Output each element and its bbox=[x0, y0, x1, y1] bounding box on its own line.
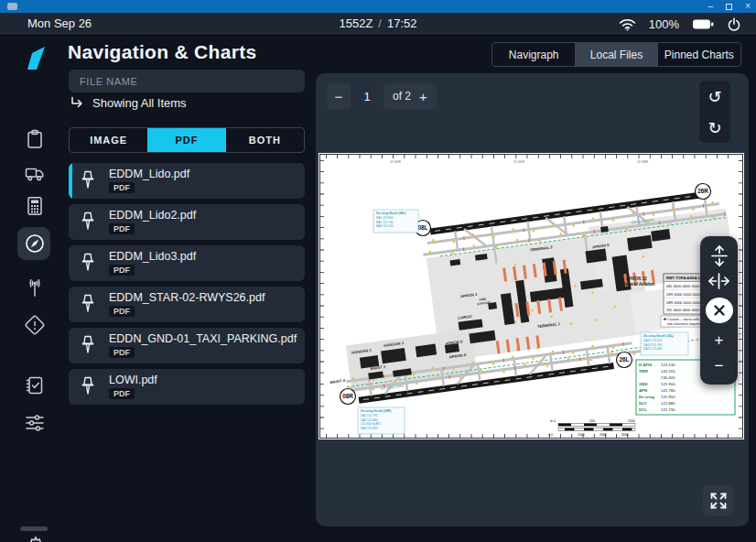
svg-text:DA15 121.660: DA15 121.660 bbox=[643, 347, 663, 351]
pin-icon[interactable] bbox=[81, 211, 95, 232]
sidebar-item-checklist[interactable] bbox=[24, 374, 46, 396]
file-item-eddm-lido2[interactable]: EDDM_Lido2.pdf PDF bbox=[69, 204, 305, 240]
pin-icon[interactable] bbox=[81, 294, 95, 314]
chart-image[interactable]: 11°44'E 11°46'E 11°48'E bbox=[319, 153, 744, 439]
chart-viewer-panel: − 1 of 2 + ↺ ↻ 11°44'E 11°46'E 11°48'E bbox=[316, 73, 749, 526]
file-name: EDDM_Lido.pdf bbox=[109, 168, 189, 180]
tab-image[interactable]: IMAGE bbox=[70, 128, 147, 152]
svg-text:❶ Caution – stacks with: ❶ Caution – stacks with bbox=[664, 318, 699, 321]
window-close-button[interactable]: × bbox=[745, 0, 751, 13]
file-type-badge: PDF bbox=[109, 347, 135, 358]
page-prev-button[interactable]: − bbox=[327, 83, 351, 109]
window-maximize-button[interactable] bbox=[726, 4, 732, 10]
svg-text:ft 0: ft 0 bbox=[548, 433, 553, 437]
svg-text:08R 4000 4000 4000: 08R 4000 4000 4000 bbox=[666, 300, 701, 305]
sidebar-item-settings[interactable] bbox=[24, 535, 48, 542]
calculator-icon bbox=[24, 195, 46, 217]
window-app-icon bbox=[7, 3, 17, 10]
window-titlebar: – × bbox=[0, 0, 756, 13]
svg-text:1000: 1000 bbox=[578, 433, 585, 437]
tab-local-files[interactable]: Local Files bbox=[575, 43, 657, 66]
svg-text:26R 4000 4000 4000: 26R 4000 4000 4000 bbox=[666, 292, 701, 297]
file-item-lowi[interactable]: LOWI.pdf PDF bbox=[69, 369, 305, 405]
page-count-label: of 2 bbox=[393, 90, 411, 103]
zoom-out-button[interactable]: − bbox=[700, 352, 738, 378]
svg-text:121.900: 121.900 bbox=[661, 382, 675, 386]
file-item-eddn-gnd[interactable]: EDDN_GND-01_TAXI_PARKING.pdf PDF bbox=[69, 328, 305, 363]
tab-navigraph[interactable]: Navigraph bbox=[492, 43, 575, 66]
sidebar-item-clipboard[interactable] bbox=[24, 128, 46, 150]
fullscreen-button[interactable] bbox=[703, 485, 733, 515]
truck-icon bbox=[24, 162, 46, 184]
svg-text:26L: 26L bbox=[619, 356, 629, 363]
file-item-eddm-star[interactable]: EDDM_STAR-02-RWYS26.pdf PDF bbox=[69, 287, 305, 322]
filter-status-text: Showing All Items bbox=[92, 96, 187, 110]
fit-width-button[interactable] bbox=[700, 268, 738, 294]
rotate-cw-button[interactable]: ↻ bbox=[699, 112, 730, 143]
svg-text:500: 500 bbox=[589, 419, 595, 423]
compass-icon bbox=[24, 233, 46, 255]
svg-text:08R: 08R bbox=[342, 393, 353, 399]
svg-text:123.130: 123.130 bbox=[661, 363, 675, 367]
file-list: EDDM_Lido.pdf PDF EDDM_Lido2.pdf PDF EDD… bbox=[69, 163, 305, 405]
sidebar-item-radio[interactable] bbox=[24, 276, 46, 298]
svg-text:D-ATIS: D-ATIS bbox=[639, 363, 652, 367]
svg-text:DA13 121.010: DA13 121.010 bbox=[643, 339, 663, 342]
svg-text:2000: 2000 bbox=[599, 433, 607, 437]
sidebar-item-calculator[interactable] bbox=[24, 195, 46, 217]
pin-icon[interactable] bbox=[81, 253, 95, 273]
sidebar-item-filters[interactable] bbox=[24, 412, 46, 434]
branch-arrow-icon bbox=[70, 95, 84, 110]
battery-percent: 100% bbox=[649, 17, 679, 31]
svg-text:121.730: 121.730 bbox=[661, 407, 675, 412]
svg-text:GND: GND bbox=[639, 382, 648, 386]
file-name: EDDM_Lido3.pdf bbox=[109, 250, 196, 263]
file-item-eddm-lido[interactable]: EDDM_Lido.pdf PDF bbox=[69, 163, 305, 199]
file-name: EDDM_STAR-02-RWYS26.pdf bbox=[109, 291, 265, 304]
fit-height-icon bbox=[709, 244, 729, 268]
sidebar-divider bbox=[20, 526, 48, 531]
tab-pdf[interactable]: PDF bbox=[147, 128, 225, 152]
tab-pinned-charts[interactable]: Pinned Charts bbox=[658, 43, 740, 66]
page-number[interactable]: 1 bbox=[354, 83, 380, 109]
svg-text:DLV: DLV bbox=[639, 401, 646, 406]
svg-text:De-icing South (26L): De-icing South (26L) bbox=[643, 334, 674, 338]
clipboard-icon bbox=[24, 128, 46, 150]
pin-icon[interactable] bbox=[81, 376, 95, 396]
svg-text:1000: 1000 bbox=[628, 419, 635, 423]
sidebar-item-alerts[interactable] bbox=[24, 314, 46, 336]
sidebar-item-navigation[interactable] bbox=[24, 233, 46, 255]
file-name-input[interactable] bbox=[69, 70, 305, 92]
file-name: EDDM_Lido2.pdf bbox=[109, 209, 196, 222]
svg-text:DA2 121.660: DA2 121.660 bbox=[361, 418, 378, 422]
svg-text:De-icing South (08R): De-icing South (08R) bbox=[361, 409, 391, 413]
svg-text:121.640 by ATC: 121.640 by ATC bbox=[361, 422, 382, 426]
svg-text:DCL: DCL bbox=[639, 407, 647, 412]
svg-text:11°46'E: 11°46'E bbox=[513, 160, 525, 164]
filter-status-row: Showing All Items bbox=[70, 95, 187, 110]
file-item-eddm-lido3[interactable]: EDDM_Lido3.pdf PDF bbox=[69, 245, 305, 281]
svg-text:121.880: 121.880 bbox=[661, 401, 675, 406]
pin-icon[interactable] bbox=[81, 335, 95, 355]
fit-height-button[interactable] bbox=[700, 243, 738, 268]
status-bar: Mon Sep 26 1552Z/17:52 100% bbox=[0, 13, 756, 36]
sliders-icon bbox=[24, 412, 46, 434]
window-minimize-button[interactable]: – bbox=[708, 0, 714, 13]
zoom-in-button[interactable]: + bbox=[700, 327, 738, 352]
svg-text:26R: 26R bbox=[697, 188, 708, 194]
svg-text:m 0: m 0 bbox=[550, 419, 556, 423]
file-type-badge: PDF bbox=[109, 223, 135, 234]
rotate-ccw-button[interactable]: ↺ bbox=[699, 81, 730, 112]
checklist-icon bbox=[24, 374, 46, 396]
svg-text:3000: 3000 bbox=[621, 433, 629, 437]
svg-text:130.305: 130.305 bbox=[661, 375, 675, 380]
pin-icon[interactable] bbox=[81, 170, 95, 190]
power-icon[interactable] bbox=[727, 17, 741, 32]
file-type-badge: PDF bbox=[109, 182, 135, 193]
close-chart-button[interactable] bbox=[706, 298, 733, 323]
tab-both[interactable]: BOTH bbox=[226, 128, 304, 152]
page-next-button[interactable]: + bbox=[419, 89, 427, 104]
sidebar-item-vehicle[interactable] bbox=[24, 162, 46, 184]
chart-source-tabs: Navigraph Local Files Pinned Charts bbox=[491, 42, 741, 67]
svg-text:11°48'E: 11°48'E bbox=[637, 160, 649, 164]
